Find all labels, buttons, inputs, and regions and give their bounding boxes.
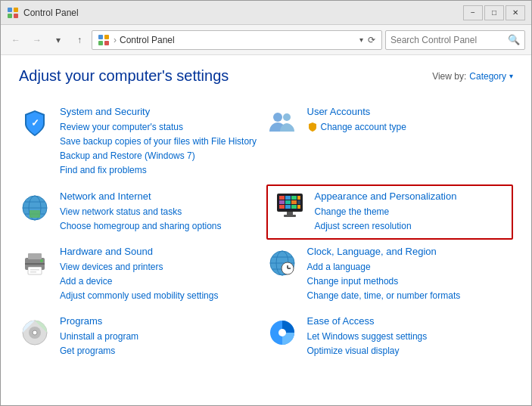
svg-rect-21: [291, 196, 297, 200]
app-icon: [7, 7, 19, 19]
system-security-link-3[interactable]: Backup and Restore (Windows 7): [60, 149, 257, 163]
refresh-button[interactable]: ⟳: [366, 33, 377, 47]
network-internet-title[interactable]: Network and Internet: [60, 191, 257, 203]
clock-language-region-link-3[interactable]: Change date, time, or number formats: [307, 289, 505, 303]
svg-rect-0: [8, 8, 12, 12]
title-bar: Control Panel − □ ✕: [1, 1, 531, 25]
view-by-arrow[interactable]: ▾: [509, 72, 513, 80]
minimize-button[interactable]: −: [463, 5, 483, 20]
svg-rect-3: [14, 14, 18, 18]
page-title: Adjust your computer's settings: [19, 67, 229, 85]
user-accounts-icon: [266, 106, 298, 138]
svg-rect-34: [28, 253, 42, 259]
svg-point-9: [273, 113, 282, 122]
address-dropdown-button[interactable]: ▾: [359, 36, 363, 44]
clock-language-region-content: Clock, Language, and Region Add a langua…: [307, 246, 505, 303]
svg-rect-5: [104, 35, 109, 39]
svg-rect-4: [98, 35, 103, 39]
clock-language-region-icon: [266, 246, 298, 277]
svg-rect-32: [284, 215, 296, 217]
page-header: Adjust your computer's settings View by:…: [19, 67, 513, 85]
programs-title[interactable]: Programs: [60, 315, 257, 328]
view-by-value[interactable]: Category: [469, 71, 506, 82]
ease-of-access-icon: [266, 315, 298, 347]
category-ease-of-access: Ease of Access Let Windows suggest setti…: [266, 309, 514, 364]
recent-pages-button[interactable]: ▾: [49, 31, 67, 49]
appearance-personalization-icon: [274, 191, 306, 222]
svg-rect-35: [28, 267, 42, 274]
control-panel-window: Control Panel − □ ✕ ← → ▾ ↑ › Control Pa…: [0, 0, 532, 406]
main-content: Adjust your computer's settings View by:…: [1, 55, 531, 405]
svg-point-37: [40, 259, 43, 262]
svg-rect-2: [8, 14, 12, 18]
system-security-link-4[interactable]: Find and fix problems: [60, 163, 257, 178]
category-network-internet: Network and Internet View network status…: [19, 184, 266, 240]
category-hardware-sound: Hardware and Sound View devices and prin…: [19, 240, 266, 309]
svg-point-52: [278, 329, 286, 336]
user-accounts-content: User Accounts Change account type: [307, 106, 505, 135]
hardware-sound-link-2[interactable]: Add a device: [60, 274, 257, 289]
network-internet-icon: [19, 191, 51, 222]
appearance-personalization-link-2[interactable]: Adjust screen resolution: [315, 219, 505, 234]
svg-rect-22: [297, 196, 300, 200]
clock-language-region-link-1[interactable]: Add a language: [307, 260, 505, 274]
programs-link-2[interactable]: Get programs: [60, 344, 257, 358]
appearance-personalization-content: Appearance and Personalization Change th…: [315, 191, 505, 234]
ease-of-access-link-1[interactable]: Let Windows suggest settings: [307, 330, 505, 344]
svg-rect-38: [30, 269, 39, 271]
system-security-icon: ✓: [19, 106, 51, 138]
appearance-personalization-title[interactable]: Appearance and Personalization: [315, 191, 505, 203]
search-icon[interactable]: 🔍: [508, 34, 520, 45]
search-box[interactable]: 🔍: [385, 30, 525, 50]
hardware-sound-icon: [19, 246, 51, 277]
hardware-sound-link-3[interactable]: Adjust commonly used mobility settings: [60, 289, 257, 303]
svg-rect-39: [30, 271, 36, 273]
network-internet-content: Network and Internet View network status…: [60, 191, 257, 234]
svg-rect-25: [291, 200, 297, 204]
clock-language-region-title[interactable]: Clock, Language, and Region: [307, 246, 505, 259]
maximize-button[interactable]: □: [484, 5, 504, 20]
svg-rect-6: [98, 41, 103, 45]
view-by-control: View by: Category ▾: [432, 71, 513, 82]
system-security-title[interactable]: System and Security: [60, 106, 257, 119]
user-accounts-title[interactable]: User Accounts: [307, 106, 505, 119]
svg-rect-29: [291, 205, 297, 209]
svg-rect-27: [279, 205, 285, 209]
hardware-sound-link-1[interactable]: View devices and printers: [60, 260, 257, 274]
appearance-personalization-link-1[interactable]: Change the theme: [315, 205, 505, 219]
programs-link-1[interactable]: Uninstall a program: [60, 330, 257, 344]
svg-point-50: [33, 330, 37, 335]
hardware-sound-title[interactable]: Hardware and Sound: [60, 246, 257, 259]
system-security-content: System and Security Review your computer…: [60, 106, 257, 178]
user-accounts-link-1[interactable]: Change account type: [321, 120, 406, 135]
programs-content: Programs Uninstall a program Get program…: [60, 315, 257, 358]
category-programs: Programs Uninstall a program Get program…: [19, 309, 266, 364]
category-appearance-personalization: Appearance and Personalization Change th…: [266, 184, 514, 240]
window-controls: − □ ✕: [463, 5, 525, 20]
address-text: Control Panel: [120, 35, 356, 45]
ease-of-access-title[interactable]: Ease of Access: [307, 315, 505, 328]
clock-language-region-link-2[interactable]: Change input methods: [307, 274, 505, 289]
system-security-link-1[interactable]: Review your computer's status: [60, 120, 257, 135]
hardware-sound-content: Hardware and Sound View devices and prin…: [60, 246, 257, 303]
svg-rect-30: [297, 205, 300, 209]
back-button[interactable]: ←: [7, 31, 25, 49]
close-button[interactable]: ✕: [506, 5, 525, 20]
navigation-bar: ← → ▾ ↑ › Control Panel ▾ ⟳ 🔍: [1, 25, 531, 55]
ease-of-access-link-2[interactable]: Optimize visual display: [307, 344, 505, 358]
search-input[interactable]: [390, 35, 508, 45]
network-internet-link-1[interactable]: View network status and tasks: [60, 205, 257, 219]
window-title: Control Panel: [23, 8, 463, 18]
system-security-link-2[interactable]: Save backup copies of your files with Fi…: [60, 135, 257, 149]
up-button[interactable]: ↑: [70, 31, 89, 49]
address-separator: ›: [114, 35, 117, 45]
categories-grid: ✓ System and Security Review your comput…: [19, 100, 513, 365]
svg-rect-23: [279, 200, 285, 204]
svg-rect-24: [285, 200, 291, 204]
address-bar[interactable]: › Control Panel ▾ ⟳: [92, 30, 382, 50]
programs-icon: [19, 315, 51, 347]
forward-button[interactable]: →: [28, 31, 46, 49]
svg-rect-16: [30, 210, 40, 218]
svg-point-10: [283, 113, 291, 121]
network-internet-link-2[interactable]: Choose homegroup and sharing options: [60, 219, 257, 234]
